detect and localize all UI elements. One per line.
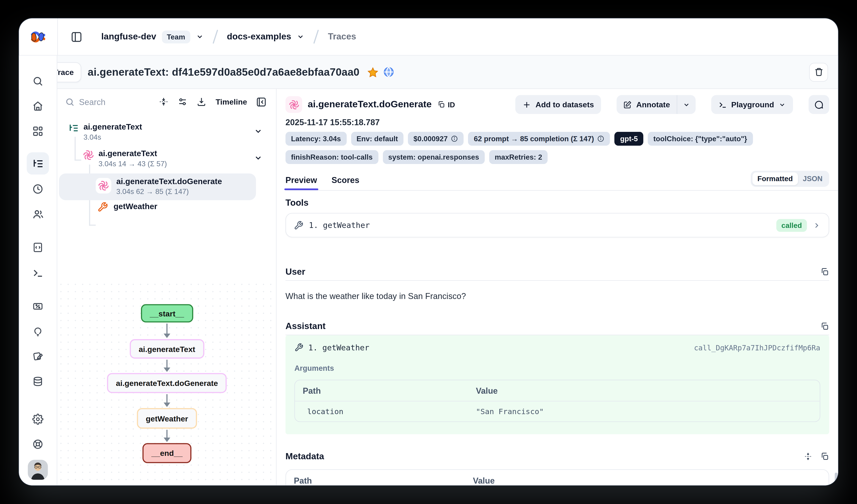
arguments-table-row: location "San Francisco" [295, 401, 820, 421]
trash-icon [814, 67, 823, 76]
maxretries-badge: maxRetries: 2 [489, 150, 548, 164]
tree-connector [74, 160, 81, 161]
sessions-clock-icon[interactable] [27, 178, 49, 200]
tabs-divider [286, 190, 838, 191]
annotation-queues-icon[interactable] [27, 345, 49, 368]
tree-search-input[interactable]: Search [65, 97, 152, 106]
wrench-icon [97, 202, 108, 212]
graph-node-end[interactable]: __end__ [142, 443, 191, 463]
toggle-json[interactable]: JSON [798, 172, 827, 185]
col-path: Path [286, 470, 465, 485]
detail-scrollbar-thumb[interactable] [835, 473, 838, 485]
tab-scores[interactable]: Scores [332, 175, 359, 190]
tree-toolbar: Search Timeline [57, 89, 276, 115]
tracing-nav-icon[interactable] [27, 152, 49, 174]
timeline-toggle[interactable]: Timeline [216, 97, 247, 106]
settings-gear-icon[interactable] [27, 408, 49, 430]
arg-path: location [295, 401, 468, 421]
arguments-table: Path Value location "San Francisco" [295, 380, 820, 422]
tool-call-row: 1. getWeather call_DgKARp7a7IhJPDczfifMp… [295, 343, 820, 352]
copy-icon [437, 101, 445, 108]
graph-node-generatetext[interactable]: ai.generateText [130, 339, 204, 359]
trace-tree-panel: Search Timeline [57, 89, 276, 485]
project-chevron-down-icon[interactable] [297, 33, 305, 40]
download-icon[interactable] [195, 94, 209, 109]
format-toggle: Formatted JSON [751, 171, 829, 187]
tools-heading: Tools [286, 198, 309, 208]
collapse-panel-icon[interactable] [254, 94, 268, 109]
graph-edge-arrow [164, 394, 170, 407]
screenshot-stage: langfuse-dev Team docs-examples Traces [0, 0, 857, 504]
bookmark-star-icon[interactable] [367, 67, 378, 77]
graph-node-getweather[interactable]: getWeather [137, 408, 197, 429]
users-icon[interactable] [27, 203, 49, 225]
org-chevron-down-icon[interactable] [196, 33, 204, 40]
tree-item-generation[interactable]: ai.generateText 3.04s 14 → 43 (Σ 57) [83, 149, 167, 168]
evaluation-icon[interactable] [27, 295, 49, 317]
support-lifebuoy-icon[interactable] [27, 433, 49, 455]
langfuse-knot-icon [31, 31, 46, 42]
tokens-badge[interactable]: 62 prompt → 85 completion (Σ 147) [468, 132, 610, 146]
tab-preview[interactable]: Preview [286, 175, 317, 190]
playground-label: Playground [731, 100, 774, 109]
comments-button[interactable] [809, 95, 829, 114]
wrench-icon [294, 220, 303, 230]
add-to-datasets-button[interactable]: Add to datasets [516, 95, 601, 114]
graph-node-label: getWeather [146, 414, 188, 423]
search-placeholder: Search [79, 97, 105, 106]
org-name[interactable]: langfuse-dev [101, 32, 156, 42]
tool-definition-row[interactable]: 1. getWeather called [286, 213, 829, 238]
id-label: ID [448, 101, 455, 109]
pinwheel-icon-tile [96, 178, 111, 193]
delete-trace-button[interactable] [809, 63, 828, 82]
cost-badge[interactable]: $0.000927 [408, 132, 464, 146]
graph-node-dogenerate[interactable]: ai.generateText.doGenerate [107, 373, 227, 393]
tree-item-getweather[interactable]: getWeather [97, 202, 157, 212]
annotate-button[interactable]: Annotate [617, 95, 677, 114]
project-name[interactable]: docs-examples [227, 32, 291, 42]
annotate-dropdown-chevron[interactable] [677, 95, 696, 114]
playground-button[interactable]: Playground [711, 95, 793, 114]
langfuse-logo[interactable] [19, 18, 57, 55]
search-icon[interactable] [27, 70, 49, 92]
pinwheel-icon [83, 150, 94, 160]
toggle-formatted[interactable]: Formatted [752, 172, 798, 185]
copy-id-chip[interactable]: ID [437, 101, 455, 109]
copy-icon[interactable] [820, 267, 829, 276]
playground-terminal-icon[interactable] [27, 262, 49, 284]
view-settings-icon[interactable] [175, 94, 190, 109]
model-badge[interactable]: gpt-5 [615, 132, 643, 146]
user-message: What is the weather like today in San Fr… [286, 292, 466, 301]
graph-node-label: ai.generateText [139, 344, 195, 353]
public-globe-icon[interactable] [383, 66, 394, 78]
tree-item-collapse-chevron[interactable] [254, 153, 263, 162]
home-icon[interactable] [27, 95, 49, 117]
user-heading: User [286, 267, 305, 277]
sidebar-toggle-icon[interactable] [69, 30, 84, 44]
left-nav-rail [19, 55, 57, 485]
env-badge: Env: default [351, 132, 403, 146]
tree-item-dogenerate-selected[interactable]: ai.generateText.doGenerate 3.04s 62 → 85… [96, 177, 222, 196]
section-name[interactable]: Traces [328, 32, 356, 42]
graph-node-start[interactable]: __start__ [141, 304, 193, 323]
user-avatar[interactable] [28, 460, 48, 480]
metadata-table: Path Value [286, 469, 829, 485]
dashboard-icon[interactable] [27, 120, 49, 142]
chevron-right-icon[interactable] [812, 221, 821, 229]
prompts-file-icon[interactable] [27, 236, 49, 258]
observation-title: ai.generateText.doGenerate [308, 99, 432, 110]
tool-call-id: call_DgKARp7a7IhJPDczfifMp6Ra [694, 343, 820, 351]
tree-item-meta: 3.04s 14 → 43 (Σ 57) [99, 160, 167, 168]
tree-item-collapse-chevron[interactable] [254, 127, 263, 136]
tree-item-root[interactable]: ai.generateText 3.04s [68, 122, 142, 141]
expand-vertical-icon[interactable] [804, 452, 812, 461]
collapse-all-icon[interactable] [156, 94, 171, 109]
copy-icon[interactable] [820, 322, 829, 331]
finishreason-badge: finishReason: tool-calls [286, 150, 378, 164]
insights-lightbulb-icon[interactable] [27, 320, 49, 343]
datasets-database-icon[interactable] [27, 370, 49, 393]
tree-item-label: ai.generateText.doGenerate [116, 177, 222, 186]
breadcrumb-divider [212, 30, 219, 44]
copy-icon[interactable] [820, 452, 829, 461]
arg-value: "San Francisco" [468, 401, 552, 421]
